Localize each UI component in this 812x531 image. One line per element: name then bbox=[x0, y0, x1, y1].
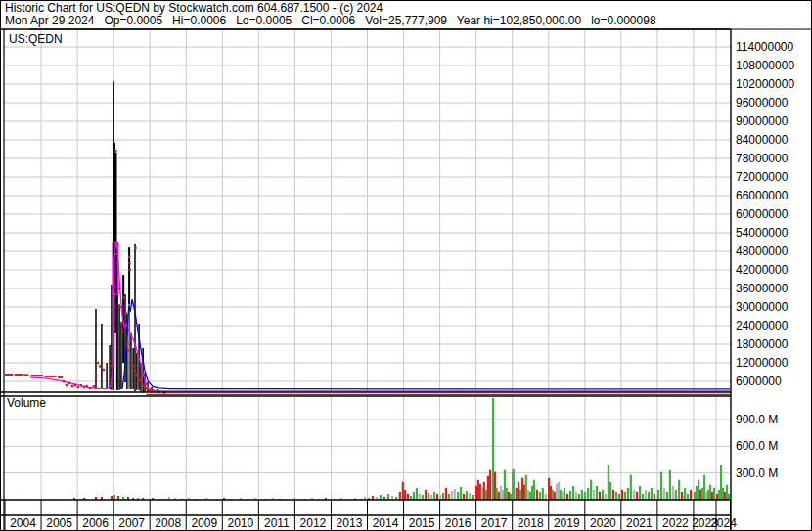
year-tick-label: 2004 bbox=[10, 517, 36, 529]
year-tick-label: 2008 bbox=[155, 517, 181, 529]
year-tick-label: 2015 bbox=[409, 517, 435, 529]
price-tick-label: 102000000 bbox=[736, 78, 794, 90]
year-tick-label: 2018 bbox=[518, 517, 544, 529]
price-tick-label: 66000000 bbox=[736, 190, 788, 201]
price-tick-label: 48000000 bbox=[736, 245, 788, 257]
price-tick-label: 60000000 bbox=[736, 208, 788, 220]
volume-tick-label: 900.0 M bbox=[736, 414, 778, 425]
price-tick-label: 24000000 bbox=[736, 320, 788, 332]
year-tick-label: 2024 bbox=[710, 517, 737, 529]
price-tick-label: 108000000 bbox=[736, 60, 794, 71]
price-tick-label: 42000000 bbox=[736, 264, 788, 276]
price-tick-label: 84000000 bbox=[736, 134, 788, 146]
price-tick-label: 30000000 bbox=[736, 301, 788, 313]
price-tick-label: 96000000 bbox=[736, 97, 788, 109]
year-tick-label: 2016 bbox=[445, 517, 472, 529]
volume-tick-label: 600.0 M bbox=[736, 440, 778, 452]
year-tick-label: 2011 bbox=[264, 517, 290, 529]
year-tick-label: 2006 bbox=[82, 517, 109, 529]
price-tick-label: 72000000 bbox=[736, 171, 788, 183]
price-tick-label: 78000000 bbox=[736, 153, 788, 164]
year-tick-label: 2010 bbox=[227, 517, 253, 529]
year-tick-label: 2007 bbox=[118, 517, 145, 529]
volume-panel-label: Volume bbox=[7, 397, 46, 410]
year-tick-label: 2013 bbox=[337, 517, 363, 529]
year-tick-label: 2021 bbox=[626, 517, 653, 529]
stockwatch-historic-chart-window: Historic Chart for US:QEDN by Stockwatch… bbox=[0, 0, 812, 531]
symbol-label: US:QEDN bbox=[9, 33, 63, 46]
year-tick-label: 2017 bbox=[481, 517, 508, 529]
year-tick-label: 2005 bbox=[46, 517, 72, 529]
price-tick-label: 36000000 bbox=[736, 283, 788, 294]
price-tick-label: 114000000 bbox=[736, 41, 793, 53]
price-tick-label: 12000000 bbox=[736, 357, 788, 369]
price-tick-label: 18000000 bbox=[736, 338, 788, 350]
year-tick-label: 2022 bbox=[662, 517, 689, 529]
year-tick-label: 2020 bbox=[590, 517, 616, 529]
year-tick-label: 2012 bbox=[300, 517, 327, 529]
chart-canvas bbox=[1, 1, 812, 531]
year-tick-label: 2009 bbox=[191, 517, 217, 529]
volume-tick-label: 300.0 M bbox=[736, 467, 778, 479]
year-tick-label: 2014 bbox=[373, 517, 399, 529]
price-tick-label: 90000000 bbox=[736, 115, 788, 127]
price-tick-label: 6000000 bbox=[736, 376, 782, 387]
price-tick-label: 54000000 bbox=[736, 227, 788, 239]
year-tick-label: 2019 bbox=[554, 517, 580, 529]
